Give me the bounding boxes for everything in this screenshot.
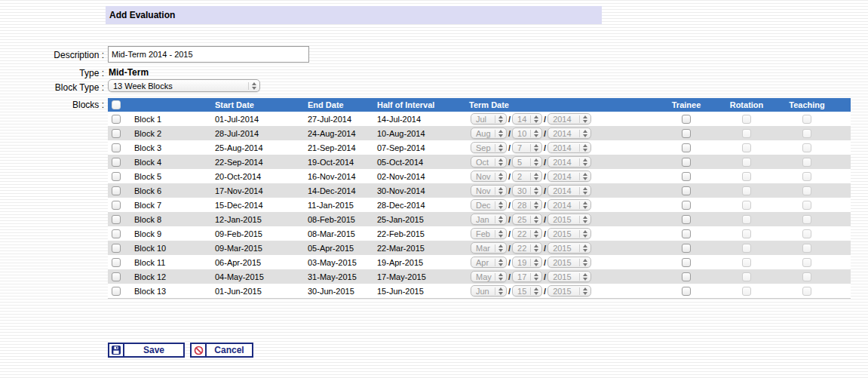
block-type-selected-value: 13 Week Blocks [113,81,245,91]
select-stepper-icon [530,130,538,137]
select-stepper-icon [530,216,538,223]
cell-teaching [777,172,837,181]
trainee-checkbox[interactable] [682,244,691,253]
term-month-select: Nov [471,171,507,182]
header-cell-select-all [108,100,130,109]
cancel-button-label: Cancel [207,344,252,356]
block-select-checkbox[interactable] [112,287,121,296]
date-separator: / [508,143,511,152]
term-day-value: 2 [517,172,527,181]
cell-teaching [777,229,837,238]
trainee-checkbox[interactable] [682,129,691,138]
term-day-value: 10 [517,129,527,138]
trainee-checkbox[interactable] [682,186,691,195]
teaching-checkbox [802,272,811,281]
term-year-value: 2015 [553,287,576,296]
trainee-checkbox[interactable] [682,272,691,281]
block-select-checkbox[interactable] [112,143,121,152]
cancel-button[interactable]: Cancel [190,343,253,358]
trainee-checkbox[interactable] [682,229,691,238]
trainee-checkbox[interactable] [682,143,691,152]
teaching-checkbox [802,186,811,195]
block-select-checkbox[interactable] [112,115,121,124]
term-day-select: 22 [512,242,542,254]
term-day-value: 25 [517,215,527,224]
block-select-checkbox[interactable] [112,244,121,253]
end-date-value: 08-Mar-2015 [308,229,377,238]
term-year-value: 2015 [553,215,576,224]
block-select-checkbox[interactable] [112,215,121,224]
teaching-checkbox [802,129,811,138]
trainee-checkbox[interactable] [682,287,691,296]
half-of-interval-value: 07-Sep-2014 [377,143,469,152]
start-date-value: 17-Nov-2014 [215,186,308,195]
save-button[interactable]: Save [108,343,185,358]
start-date-value: 09-Feb-2015 [215,229,308,238]
trainee-checkbox[interactable] [682,215,691,224]
block-select-checkbox[interactable] [112,129,121,138]
select-stepper-icon [530,259,538,266]
trainee-checkbox[interactable] [682,158,691,167]
add-evaluation-page: Add Evaluation Description : Type : Mid-… [0,0,868,378]
term-day-select: 19 [512,257,542,268]
half-of-interval-value: 22-Mar-2015 [377,244,469,253]
cell-teaching [777,258,837,267]
term-month-value: Nov [476,186,492,195]
cell-select [108,115,130,124]
select-stepper-icon [495,259,503,266]
page-title: Add Evaluation [109,10,175,20]
block-select-checkbox[interactable] [112,186,121,195]
select-all-checkbox[interactable] [112,100,121,109]
block-select-checkbox[interactable] [112,201,121,210]
description-input[interactable] [108,46,309,63]
block-select-checkbox[interactable] [112,172,121,181]
select-stepper-icon [579,287,587,295]
start-date-value: 06-Apr-2015 [215,258,308,267]
select-stepper-icon [495,115,503,123]
term-day-select: 15 [512,285,542,297]
date-separator: / [544,287,546,296]
cell-rotation [716,158,777,167]
table-row: Block 8 12-Jan-2015 08-Feb-2015 25-Jan-2… [108,212,851,226]
table-row: Block 3 25-Aug-2014 21-Sep-2014 07-Sep-2… [108,140,851,155]
cell-trainee [656,272,716,281]
table-row: Block 2 28-Jul-2014 24-Aug-2014 10-Aug-2… [108,126,851,140]
date-separator: / [508,258,511,267]
block-select-checkbox[interactable] [112,158,121,167]
select-stepper-icon [495,244,503,252]
term-day-value: 7 [517,143,527,152]
cell-select [108,272,130,281]
header-cell-start-date: Start Date [215,100,308,109]
term-year-value: 2014 [553,172,576,181]
select-stepper-icon [495,144,503,152]
trainee-checkbox[interactable] [682,172,691,181]
rotation-checkbox [742,172,751,181]
cell-select [108,287,130,296]
blocks-table-header: Start Date End Date Half of Interval Ter… [108,98,851,112]
trainee-checkbox[interactable] [682,115,691,124]
rotation-checkbox [742,258,751,267]
term-month-value: May [476,272,492,281]
block-type-select[interactable]: 13 Week Blocks [108,79,260,92]
trainee-checkbox[interactable] [682,258,691,267]
term-day-select: 30 [512,185,542,196]
teaching-checkbox [802,229,811,238]
end-date-value: 08-Feb-2015 [308,215,377,224]
term-day-value: 22 [517,244,527,253]
trainee-checkbox[interactable] [682,201,691,210]
term-day-select: 22 [512,228,542,239]
block-select-checkbox[interactable] [112,272,121,281]
block-select-checkbox[interactable] [112,258,121,267]
cell-rotation [716,287,777,296]
select-stepper-icon [495,173,503,180]
term-date-cell: Nov / 2 / 2014 [469,171,656,182]
start-date-value: 01-Jun-2015 [215,287,308,296]
cell-select [108,229,130,238]
block-select-checkbox[interactable] [112,229,121,238]
select-stepper-icon [579,244,587,252]
end-date-value: 30-Jun-2015 [308,287,377,296]
teaching-checkbox [802,215,811,224]
end-date-value: 11-Jan-2015 [308,201,377,210]
half-of-interval-value: 10-Aug-2014 [377,129,469,138]
cell-select [108,258,130,267]
